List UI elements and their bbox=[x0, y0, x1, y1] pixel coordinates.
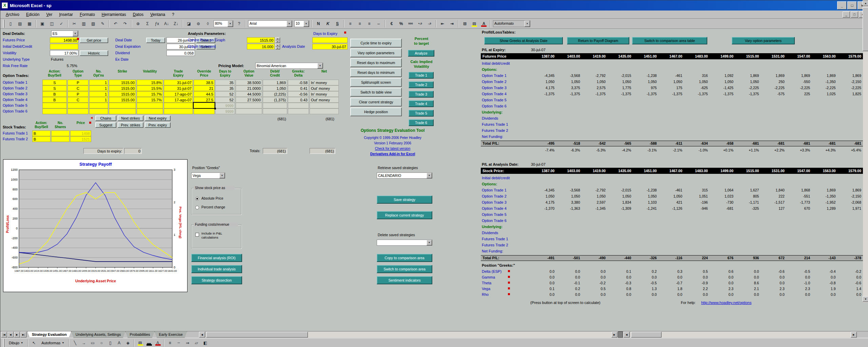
line-icon[interactable]: ╲ bbox=[71, 339, 79, 347]
underline-button[interactable]: S bbox=[333, 20, 342, 28]
wordart-icon[interactable]: A bbox=[115, 339, 123, 347]
trade-cell-type[interactable]: C bbox=[67, 97, 88, 103]
open-file-icon[interactable]: ▤ bbox=[16, 20, 24, 28]
new-file-icon[interactable]: ▯ bbox=[6, 20, 15, 28]
stock-cell-shares[interactable] bbox=[51, 136, 70, 142]
trade-cell-type[interactable]: C bbox=[67, 85, 88, 91]
cut-icon[interactable]: ✂ bbox=[70, 20, 79, 28]
trade-cell-vol[interactable] bbox=[137, 108, 163, 114]
today-button[interactable]: Today bbox=[146, 38, 165, 43]
position-greeks-select[interactable]: Vega▼ bbox=[191, 172, 225, 179]
trade-cell-greeks[interactable]: 0.43 bbox=[288, 97, 309, 103]
trade-cell-days[interactable]: 52 bbox=[215, 91, 235, 97]
trade-cell-value[interactable]: 38.5000 bbox=[236, 80, 262, 85]
menu-item-formato[interactable]: Formato bbox=[76, 12, 98, 18]
switch-comparison-button[interactable]: Switch to comparison area bbox=[377, 265, 432, 273]
doc-restore-button[interactable]: □ bbox=[851, 12, 858, 18]
increase-decimal-button[interactable]: +,0 bbox=[416, 20, 425, 28]
trade-cell-vol[interactable]: 15.7% bbox=[137, 91, 163, 97]
stock-cell-action[interactable]: B bbox=[32, 136, 51, 142]
retrieve-strategies-select[interactable]: CALENDARIO▼ bbox=[377, 172, 432, 179]
scroll-down-icon[interactable]: ▼ bbox=[863, 296, 868, 302]
trade-cell-greeks[interactable]: -0.56 bbox=[288, 91, 309, 97]
decrease-decimal-button[interactable]: -,0 bbox=[425, 20, 434, 28]
vscroll-thumb[interactable] bbox=[863, 7, 868, 51]
trade-cell-override[interactable]: 21 bbox=[194, 85, 215, 91]
trade-cell-override[interactable]: 44.5 bbox=[194, 91, 215, 97]
trade-cell-type[interactable] bbox=[67, 103, 88, 108]
arrow-icon[interactable]: → bbox=[80, 339, 88, 347]
chart-wizard-icon[interactable]: ◪ bbox=[184, 20, 193, 28]
hscroll2-track[interactable] bbox=[630, 332, 851, 338]
trade-cell-value[interactable]: 21.0000 bbox=[236, 85, 262, 91]
trade-cell-action[interactable]: S bbox=[42, 80, 67, 85]
decrease-indent-button[interactable]: ⇤ bbox=[438, 20, 447, 28]
sheet-tab-underlying-assets-settings[interactable]: Underlying Assets, Settings bbox=[71, 331, 125, 338]
trade-cell-greeks[interactable]: 0.41 bbox=[288, 85, 309, 91]
dash-style-icon[interactable]: ╌ bbox=[175, 339, 183, 347]
switch-comparison-table-button[interactable]: Switch to comparison area table bbox=[632, 37, 707, 44]
get-price-button[interactable]: Get price bbox=[80, 38, 108, 43]
trade-5-button[interactable]: Trade 5 bbox=[409, 110, 434, 117]
analyze-button[interactable]: Analyze bbox=[408, 50, 434, 57]
menu-item-datos[interactable]: Datos bbox=[130, 12, 147, 18]
trade-cell-strike[interactable]: 1515.00 bbox=[109, 80, 136, 85]
drawing-icon[interactable]: ◊ bbox=[203, 20, 212, 28]
mid-button-4[interactable]: Split/unsplit screen bbox=[350, 78, 402, 87]
bold-button[interactable]: N bbox=[314, 20, 323, 28]
trade-cell-expiry[interactable]: 17-ago-07 bbox=[164, 91, 193, 97]
vertical-scrollbar[interactable]: ▲▼ bbox=[863, 0, 868, 303]
financial-analysis-button[interactable]: Financial analysis (ROI) bbox=[191, 254, 242, 262]
spelling-icon[interactable]: ✓ bbox=[57, 20, 66, 28]
trade-cell-type[interactable]: P bbox=[67, 80, 88, 85]
map-icon[interactable]: ⊚ bbox=[194, 20, 203, 28]
dropdown-arrow-icon[interactable]: ▼ bbox=[287, 21, 292, 27]
undo-icon[interactable]: ↶ bbox=[111, 20, 120, 28]
mid-button-0[interactable]: Cycle time to expiry bbox=[350, 39, 402, 47]
trade-cell-strike[interactable]: 1515.00 bbox=[109, 97, 136, 103]
trade-cell-greeks[interactable]: -0.58 bbox=[288, 80, 309, 85]
trade-cell-net[interactable]: In' money bbox=[310, 91, 339, 97]
trade-cell-value[interactable] bbox=[236, 103, 262, 108]
dropdown-arrow-icon[interactable]: ▼ bbox=[228, 21, 233, 27]
hscroll2-left-icon[interactable]: ◀ bbox=[624, 332, 630, 338]
rectangle-icon[interactable]: ▭ bbox=[88, 339, 97, 347]
sheet-tab-early-exercise[interactable]: Early Exercise bbox=[155, 331, 187, 338]
select-arrow-icon[interactable]: ↖ bbox=[30, 339, 38, 347]
trade-cell-action[interactable]: B bbox=[42, 97, 67, 103]
autosum-icon[interactable]: Σ bbox=[143, 20, 152, 28]
trade-cell-num[interactable] bbox=[89, 108, 108, 114]
trade-cell-net[interactable]: Out' money bbox=[310, 85, 339, 91]
menu-item-ventana[interactable]: Ventana bbox=[147, 12, 169, 18]
prev-expiry-button[interactable]: Prev. expiry bbox=[145, 122, 171, 128]
font-color-button[interactable]: A bbox=[479, 20, 488, 28]
trade-cell-action[interactable] bbox=[42, 103, 67, 108]
dropdown-arrow-icon[interactable]: ▼ bbox=[427, 173, 432, 178]
menu-item-ver[interactable]: Ver bbox=[43, 12, 56, 18]
dropdown-arrow-icon[interactable]: ▼ bbox=[73, 31, 78, 36]
trade-cell-greeks[interactable] bbox=[288, 103, 309, 108]
dropdown-arrow-icon[interactable]: ▼ bbox=[427, 240, 432, 245]
vary-option-parameters-button[interactable]: Vary option parameters bbox=[732, 37, 795, 44]
hscroll-left-icon[interactable]: ◀ bbox=[199, 332, 205, 338]
textbox-icon[interactable]: ▯ bbox=[106, 339, 114, 347]
help-link[interactable]: http://www.hoadley.net/options bbox=[700, 300, 785, 305]
trade-cell-debit[interactable]: 1,050 bbox=[263, 85, 287, 91]
trade-cell-value[interactable]: 44.5000 bbox=[236, 91, 262, 97]
paste-function-icon[interactable]: ƒx bbox=[153, 20, 161, 28]
line-style-icon[interactable]: ≡ bbox=[166, 339, 174, 347]
trade-2-button[interactable]: Trade 2 bbox=[409, 81, 434, 88]
dropdown-arrow-icon[interactable]: ▼ bbox=[317, 63, 323, 68]
return-payoff-button[interactable]: Return to Payoff Diagram bbox=[567, 37, 629, 44]
trade-cell-debit[interactable]: (1,375) bbox=[263, 97, 287, 103]
spinner-up-icon[interactable]: ▲ bbox=[275, 44, 280, 47]
3d-icon[interactable]: ◧ bbox=[201, 339, 209, 347]
trade-cell-num[interactable]: 1 bbox=[89, 85, 108, 91]
show-greeks-button[interactable]: Show Greeks at Analysis Date bbox=[484, 37, 563, 44]
prev-strikes-button[interactable]: Prev. strikes bbox=[118, 122, 143, 128]
percent-style-button[interactable]: % bbox=[397, 20, 406, 28]
trade-cell-vol[interactable]: 15.7% bbox=[137, 97, 163, 103]
doc-minimize-button[interactable]: _ bbox=[843, 12, 850, 18]
fill-color-button[interactable]: ▨ bbox=[470, 20, 479, 28]
font-name-select[interactable]: Arial▼ bbox=[248, 20, 292, 27]
